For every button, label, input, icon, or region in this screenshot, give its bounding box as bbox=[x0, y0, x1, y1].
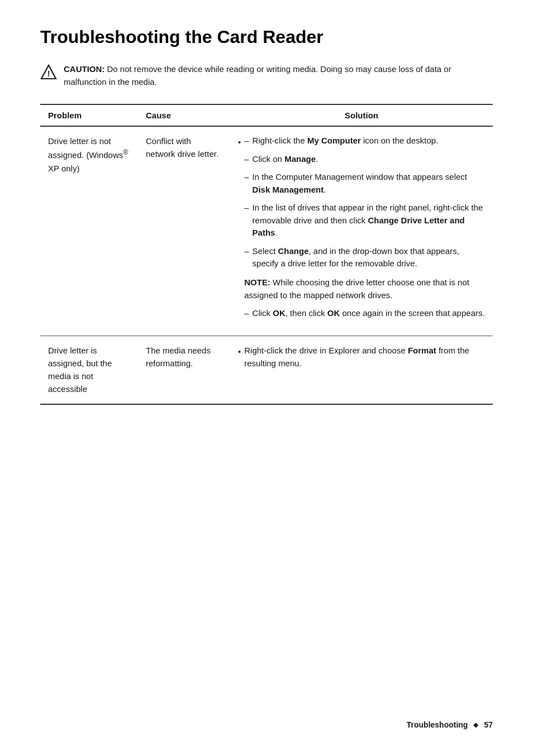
problem-cell-2: Drive letter is assigned, but the media … bbox=[40, 336, 138, 404]
table-row: Drive letter is assigned, but the media … bbox=[40, 336, 493, 404]
cause-cell-2: The media needs reformatting. bbox=[138, 336, 230, 404]
page-title: Troubleshooting the Card Reader bbox=[40, 27, 493, 47]
bullet-item-2: • Right-click the drive in Explorer and … bbox=[238, 344, 485, 370]
bullet-dot-1: • bbox=[238, 136, 241, 149]
caution-icon: ! bbox=[40, 64, 57, 82]
dash-list-1: – Right-click the My Computer icon on th… bbox=[244, 135, 485, 270]
problem-cell-1: Drive letter is not assigned. (Windows® … bbox=[40, 126, 138, 336]
dash-item-3: – In the Computer Management window that… bbox=[244, 171, 485, 196]
svg-text:!: ! bbox=[47, 69, 50, 78]
caution-body: Do not remove the device while reading o… bbox=[64, 64, 451, 87]
caution-text: CAUTION: Do not remove the device while … bbox=[64, 63, 493, 88]
caution-block: ! CAUTION: Do not remove the device whil… bbox=[40, 63, 493, 88]
dash-item-2: – Click on Manage. bbox=[244, 153, 485, 166]
note-block-1: NOTE: While choosing the drive letter ch… bbox=[244, 276, 485, 302]
header-solution: Solution bbox=[230, 104, 493, 126]
footer-diamond: ◆ bbox=[473, 721, 478, 729]
trouble-table: Problem Cause Solution Drive letter is n… bbox=[40, 104, 493, 405]
footer-label: Troubleshooting bbox=[407, 720, 468, 729]
header-cause: Cause bbox=[138, 104, 230, 126]
dash-item-4: – In the list of drives that appear in t… bbox=[244, 202, 485, 240]
footer-page: 57 bbox=[484, 720, 493, 729]
dash-item-1: – Right-click the My Computer icon on th… bbox=[244, 135, 485, 147]
dash-list-2: – Click OK, then click OK once again in … bbox=[244, 307, 485, 320]
note-label: NOTE: bbox=[244, 277, 270, 287]
dash-item-6: – Click OK, then click OK once again in … bbox=[244, 307, 485, 320]
solution-cell-1: • – Right-click the My Computer icon on … bbox=[230, 126, 493, 336]
header-problem: Problem bbox=[40, 104, 138, 126]
cause-cell-1: Conflict with network drive letter. bbox=[138, 126, 230, 336]
dash-item-5: – Select Change, and in the drop-down bo… bbox=[244, 245, 485, 270]
solution-cell-2: • Right-click the drive in Explorer and … bbox=[230, 336, 493, 404]
table-row: Drive letter is not assigned. (Windows® … bbox=[40, 126, 493, 336]
page-footer: Troubleshooting ◆ 57 bbox=[407, 720, 493, 729]
caution-label: CAUTION: bbox=[64, 64, 104, 74]
